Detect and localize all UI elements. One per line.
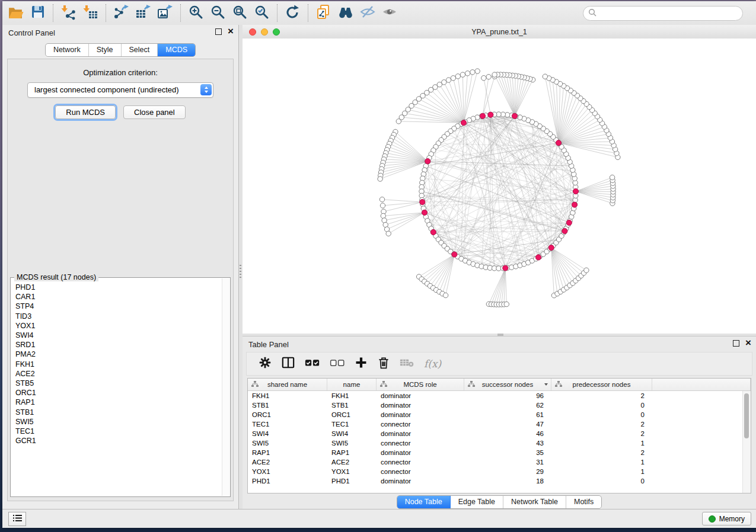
table-row[interactable]: SWI5SWI5connector431 xyxy=(248,438,751,448)
column-header-mcds-role[interactable]: MCDS role xyxy=(377,379,464,390)
delete-column-button[interactable] xyxy=(377,356,390,372)
memory-status-icon xyxy=(709,515,716,523)
mcds-result-item[interactable]: SRD1 xyxy=(15,340,222,350)
export-table-button[interactable] xyxy=(132,3,154,23)
select-stepper-icon xyxy=(200,84,212,95)
table-cell: PHD1 xyxy=(327,477,377,485)
main-toolbar xyxy=(2,1,756,25)
function-builder-button-disabled: f(x) xyxy=(424,358,441,370)
tab-network-table[interactable]: Network Table xyxy=(503,496,566,508)
mcds-result-list[interactable]: PHD1CAR1STP4TID3YOX1SWI4SRD1PMA2FKH1ACE2… xyxy=(11,278,222,496)
network-window-titlebar[interactable]: YPA_prune.txt_1 xyxy=(243,25,756,39)
tab-network[interactable]: Network xyxy=(46,44,89,56)
table-row[interactable]: ACE2ACE2connector311 xyxy=(248,457,751,467)
mcds-result-item[interactable]: ORC1 xyxy=(15,388,222,398)
table-row[interactable]: FKH1FKH1dominator962 xyxy=(248,391,751,400)
table-row[interactable]: TEC1TEC1connector472 xyxy=(248,419,751,429)
table-cell: ORC1 xyxy=(327,411,377,418)
table-row[interactable]: SWI4SWI4dominator462 xyxy=(248,429,751,438)
close-panel-button[interactable]: Close panel xyxy=(123,105,186,119)
show-column-button[interactable] xyxy=(281,356,295,371)
mcds-result-item[interactable]: PHD1 xyxy=(15,283,222,292)
table-row[interactable]: PHD1PHD1dominator180 xyxy=(248,476,751,486)
mcds-result-item[interactable]: STP4 xyxy=(15,302,222,311)
zoom-out-icon xyxy=(210,4,226,23)
table-scrollbar-thumb[interactable] xyxy=(744,393,749,438)
mcds-result-item[interactable]: STB5 xyxy=(15,379,222,388)
float-panel-icon[interactable] xyxy=(215,28,222,35)
tab-select[interactable]: Select xyxy=(122,44,158,56)
zoom-fit-button[interactable] xyxy=(229,3,251,23)
table-cell: dominator xyxy=(377,430,464,437)
memory-button[interactable]: Memory xyxy=(702,512,751,525)
criterion-select[interactable]: largest connected component (undirected) xyxy=(27,82,213,98)
show-all-button[interactable] xyxy=(378,3,400,23)
tab-mcds[interactable]: MCDS xyxy=(158,44,195,56)
mac-minimize-icon[interactable] xyxy=(261,28,268,36)
search-input[interactable] xyxy=(599,9,742,18)
float-panel-icon[interactable] xyxy=(733,340,739,347)
table-cell: 31 xyxy=(464,459,551,466)
export-network-button[interactable] xyxy=(110,3,132,23)
tab-style[interactable]: Style xyxy=(89,44,122,56)
column-header-predecessor-nodes[interactable]: predecessor nodes xyxy=(551,379,652,390)
zoom-selected-button[interactable] xyxy=(251,3,273,23)
mcds-result-item[interactable]: RAP1 xyxy=(15,398,222,407)
export-image-button[interactable] xyxy=(154,3,176,23)
zoom-in-button[interactable] xyxy=(185,3,207,23)
hide-selected-button[interactable] xyxy=(356,3,378,23)
mcds-result-item[interactable]: GCR1 xyxy=(15,436,222,446)
tab-motifs[interactable]: Motifs xyxy=(566,496,601,508)
show-panels-button[interactable] xyxy=(8,512,26,526)
mcds-result-item[interactable]: YOX1 xyxy=(15,321,222,331)
split-columns-icon xyxy=(281,356,295,371)
table-cell: connector xyxy=(377,468,464,475)
save-session-button[interactable] xyxy=(27,3,49,23)
mac-close-icon[interactable] xyxy=(249,28,256,36)
mcds-result-item[interactable]: SWI4 xyxy=(15,331,222,340)
toolbar-separator xyxy=(277,4,277,22)
tab-node-table[interactable]: Node Table xyxy=(397,496,451,508)
table-cell: 18 xyxy=(464,477,551,485)
table-cell: RAP1 xyxy=(327,449,377,456)
close-panel-icon[interactable]: × xyxy=(228,27,234,36)
add-column-button[interactable] xyxy=(355,356,368,371)
plus-icon xyxy=(355,356,368,371)
column-header-shared-name[interactable]: shared name xyxy=(248,379,327,390)
table-row[interactable]: YOX1YOX1connector291 xyxy=(248,467,751,476)
mcds-result-item[interactable]: FKH1 xyxy=(15,360,222,369)
mcds-result-item[interactable]: TEC1 xyxy=(15,427,222,436)
import-table-button[interactable] xyxy=(79,3,101,23)
table-cell: TEC1 xyxy=(248,421,327,428)
import-network-button[interactable] xyxy=(58,3,79,23)
column-header-successor-nodes[interactable]: successor nodes xyxy=(464,379,551,390)
table-settings-button[interactable] xyxy=(259,356,272,371)
mcds-list-scrollbar[interactable] xyxy=(222,278,229,496)
zoom-out-button[interactable] xyxy=(207,3,229,23)
mcds-result-item[interactable]: TID3 xyxy=(15,312,222,321)
table-cell: 0 xyxy=(551,411,652,418)
tab-edge-table[interactable]: Edge Table xyxy=(451,496,503,508)
clone-network-button[interactable] xyxy=(312,3,334,23)
network-canvas[interactable] xyxy=(243,39,756,334)
deselect-all-button[interactable] xyxy=(330,357,345,370)
first-neighbors-button[interactable] xyxy=(334,3,356,23)
mcds-result-item[interactable]: PMA2 xyxy=(15,350,222,359)
search-box[interactable] xyxy=(583,6,743,21)
open-file-button[interactable] xyxy=(5,3,27,23)
select-all-button[interactable] xyxy=(305,357,320,370)
column-header-name[interactable]: name xyxy=(327,379,377,390)
table-row[interactable]: RAP1RAP1dominator352 xyxy=(248,448,751,457)
mcds-result-item[interactable]: ACE2 xyxy=(15,369,222,379)
mac-zoom-icon[interactable] xyxy=(273,28,280,36)
close-panel-icon[interactable]: × xyxy=(745,339,751,347)
run-mcds-button[interactable]: Run MCDS xyxy=(55,105,116,119)
sitemap-icon xyxy=(251,381,259,389)
refresh-view-button[interactable] xyxy=(282,3,304,23)
mcds-result-item[interactable]: SWI5 xyxy=(15,417,222,427)
mcds-result-item[interactable]: STB1 xyxy=(15,408,222,417)
table-row[interactable]: ORC1ORC1dominator610 xyxy=(248,410,751,419)
table-scrollbar[interactable] xyxy=(742,391,751,493)
mcds-result-item[interactable]: CAR1 xyxy=(15,292,222,302)
table-row[interactable]: STB1STB1dominator620 xyxy=(248,400,751,410)
